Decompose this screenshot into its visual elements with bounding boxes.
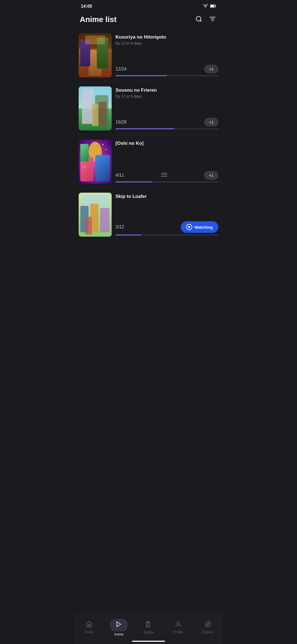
anime-title-4: Skip to Loafer bbox=[116, 194, 218, 199]
sidebar-item-manga[interactable]: Manga bbox=[134, 620, 163, 635]
status-time: 14:00 bbox=[81, 4, 92, 9]
status-icons bbox=[203, 4, 216, 9]
watching-button[interactable]: Watching bbox=[181, 221, 218, 233]
anime-info-1: Kusuriya no Hitorigoto Ep 13 in 6 days 1… bbox=[116, 33, 218, 77]
wifi-icon bbox=[203, 4, 208, 9]
sidebar-item-home[interactable]: Home bbox=[74, 620, 104, 635]
bottom-navigation: Home Anime Manga Profile bbox=[74, 614, 223, 644]
svg-marker-16 bbox=[207, 623, 209, 625]
progress-bar-1 bbox=[116, 75, 218, 76]
episode-count-4: 3/12 bbox=[116, 225, 124, 230]
anime-poster-2: ★ 9 bbox=[79, 86, 112, 130]
table-row[interactable]: ★ 7 Skip to Loafer 3/12 bbox=[79, 188, 218, 241]
progress-row-4: 3/12 Watching bbox=[116, 221, 218, 233]
progress-bar-2 bbox=[116, 128, 218, 129]
anime-title-1: Kusuriya no Hitorigoto bbox=[116, 34, 218, 40]
svg-rect-1 bbox=[215, 6, 216, 7]
progress-bar-3 bbox=[116, 181, 218, 182]
search-icon bbox=[195, 15, 202, 23]
svg-point-15 bbox=[205, 621, 211, 627]
episode-count-3: 4/11 bbox=[116, 173, 124, 178]
profile-icon bbox=[175, 621, 182, 629]
poster-image-3: ✦ ✦ ✦ bbox=[79, 140, 112, 184]
table-row[interactable]: ✦ ✦ ✦ ★ 8 [Oshi no Ko] 4/11 bbox=[79, 135, 218, 188]
filter-icon bbox=[209, 15, 216, 23]
progress-bar-4 bbox=[116, 234, 218, 236]
status-bar: 14:00 bbox=[74, 0, 223, 11]
profile-nav-label: Profile bbox=[174, 630, 183, 634]
poster-image-1 bbox=[79, 33, 112, 77]
svg-point-14 bbox=[177, 622, 179, 624]
sidebar-item-profile[interactable]: Profile bbox=[163, 620, 193, 635]
page-title: Anime list bbox=[80, 15, 117, 24]
episode-count-2: 16/28 bbox=[116, 120, 127, 125]
filter-button[interactable] bbox=[208, 14, 217, 24]
progress-bar-fill-4 bbox=[116, 234, 141, 236]
anime-info-2: Sousou no Frieren Ep 17 in 5 days 16/28 … bbox=[116, 86, 218, 130]
home-nav-label: Home bbox=[85, 630, 94, 634]
progress-row-2: 16/28 +1 bbox=[116, 118, 218, 127]
battery-icon bbox=[210, 4, 216, 9]
anime-list: ★ 8 Kusuriya no Hitorigoto Ep 13 in 6 da… bbox=[74, 29, 223, 269]
anime-subtitle-1: Ep 13 in 6 days bbox=[116, 41, 218, 45]
anime-poster-1: ★ 8 bbox=[79, 33, 112, 77]
page-header: Anime list bbox=[74, 11, 223, 29]
anime-title-3: [Oshi no Ko] bbox=[116, 141, 218, 146]
table-row[interactable]: ★ 8 Kusuriya no Hitorigoto Ep 13 in 6 da… bbox=[79, 29, 218, 82]
sidebar-item-anime[interactable]: Anime bbox=[104, 618, 134, 637]
search-button[interactable] bbox=[194, 14, 204, 24]
progress-bar-fill-3 bbox=[116, 181, 153, 182]
anime-info-3: [Oshi no Ko] 4/11 +1 bbox=[116, 140, 218, 184]
manga-icon bbox=[145, 621, 152, 629]
svg-marker-11 bbox=[117, 622, 121, 627]
anime-info-4: Skip to Loafer 3/12 Watching bbox=[116, 193, 218, 237]
anime-subtitle-2: Ep 17 in 5 days bbox=[116, 94, 218, 99]
progress-row-1: 12/24 +1 bbox=[116, 65, 218, 73]
home-indicator bbox=[132, 641, 165, 642]
play-triangle bbox=[188, 226, 191, 228]
progress-bar-fill-2 bbox=[116, 128, 174, 129]
anime-title-2: Sousou no Frieren bbox=[116, 88, 218, 93]
play-icon bbox=[186, 224, 192, 230]
watching-label: Watching bbox=[194, 225, 213, 230]
svg-rect-12 bbox=[146, 621, 150, 627]
table-row[interactable]: ★ 9 Sousou no Frieren Ep 17 in 5 days 16… bbox=[79, 82, 218, 135]
plus-one-button-1[interactable]: +1 bbox=[204, 65, 218, 73]
manga-nav-label: Manga bbox=[144, 630, 154, 634]
explore-icon bbox=[205, 621, 211, 629]
sidebar-item-explore[interactable]: Explore bbox=[193, 620, 223, 635]
poster-image-4 bbox=[79, 193, 112, 237]
plus-one-button-2[interactable]: +1 bbox=[204, 118, 218, 127]
anime-poster-3: ✦ ✦ ✦ ★ 8 bbox=[79, 140, 112, 184]
menu-lines-icon[interactable] bbox=[161, 173, 167, 178]
episode-count-1: 12/24 bbox=[116, 67, 127, 72]
svg-rect-2 bbox=[211, 5, 214, 7]
anime-nav-label: Anime bbox=[114, 632, 123, 636]
anime-poster-4: ★ 7 bbox=[79, 193, 112, 237]
plus-one-button-3[interactable]: +1 bbox=[204, 171, 218, 180]
explore-nav-label: Explore bbox=[202, 630, 214, 634]
anime-list-container: ★ 8 Kusuriya no Hitorigoto Ep 13 in 6 da… bbox=[74, 29, 223, 241]
home-icon bbox=[86, 621, 92, 629]
progress-bar-fill-1 bbox=[116, 75, 167, 76]
anime-icon bbox=[110, 619, 128, 631]
header-actions bbox=[194, 14, 217, 24]
poster-image-2 bbox=[79, 86, 112, 130]
progress-row-3: 4/11 +1 bbox=[116, 171, 218, 180]
svg-line-4 bbox=[200, 20, 202, 22]
